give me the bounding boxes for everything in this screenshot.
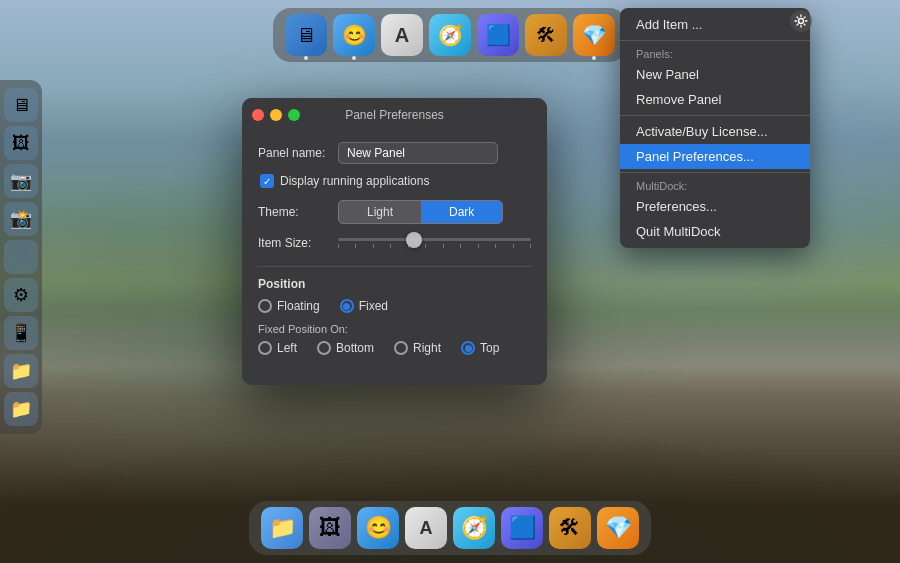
menu-gear-icon[interactable]: [790, 10, 812, 32]
sidebar-item-monitor[interactable]: 🖥: [4, 88, 38, 122]
panel-name-row: Panel name:: [258, 142, 531, 164]
bottom-folder-icon[interactable]: 📁: [261, 507, 303, 549]
sidebar-item-music[interactable]: 🎵: [4, 240, 38, 274]
right-radio-item: Right: [394, 341, 441, 355]
menu-separator-2: [620, 115, 810, 116]
fixed-radio-label: Fixed: [359, 299, 388, 313]
menu-preferences[interactable]: Preferences...: [620, 194, 810, 219]
tick-3: [373, 244, 374, 248]
right-radio-button[interactable]: [394, 341, 408, 355]
finder-dock-top-icon[interactable]: 😊: [333, 14, 375, 56]
tick-11: [513, 244, 514, 248]
bottom-dock: 📁 🖼 😊 A 🧭 🟦 🛠 💎: [249, 501, 651, 555]
top-radio-button[interactable]: [461, 341, 475, 355]
tick-6: [425, 244, 426, 248]
bottom-radio-item: Bottom: [317, 341, 374, 355]
window-maximize-button[interactable]: [288, 109, 300, 121]
svg-point-0: [799, 19, 804, 24]
checkbox-check-icon: ✓: [263, 176, 271, 187]
bottom-radio-label: Bottom: [336, 341, 374, 355]
tools-top-icon[interactable]: 🛠: [525, 14, 567, 56]
window-titlebar: Panel Preferenses: [242, 98, 547, 130]
tick-1: [338, 244, 339, 248]
window-content: Panel name: ✓ Display running applicatio…: [242, 130, 547, 385]
left-radio-item: Left: [258, 341, 297, 355]
panel-name-label: Panel name:: [258, 146, 338, 160]
display-running-checkbox[interactable]: ✓: [260, 174, 274, 188]
slider-thumb[interactable]: [406, 232, 422, 248]
top-radio-inner: [465, 345, 472, 352]
floating-radio-button[interactable]: [258, 299, 272, 313]
bottom-screen-icon[interactable]: 🖼: [309, 507, 351, 549]
menu-quit[interactable]: Quit MultiDock: [620, 219, 810, 244]
menu-new-panel[interactable]: New Panel: [620, 62, 810, 87]
divider-1: [258, 266, 531, 267]
bottom-vm-icon[interactable]: 🟦: [501, 507, 543, 549]
fixed-radio-button[interactable]: [340, 299, 354, 313]
sidebar-item-camera[interactable]: 📷: [4, 164, 38, 198]
vm-top-icon[interactable]: 🟦: [477, 14, 519, 56]
sidebar-item-image[interactable]: 🖼: [4, 126, 38, 160]
slider-ticks: [338, 244, 531, 248]
theme-label: Theme:: [258, 205, 338, 219]
panel-name-input[interactable]: [338, 142, 498, 164]
position-section-label: Position: [258, 277, 531, 291]
font-book-icon[interactable]: A: [381, 14, 423, 56]
item-size-row: Item Size:: [258, 236, 531, 250]
safari-top-icon[interactable]: 🧭: [429, 14, 471, 56]
sidebar-item-settings[interactable]: ⚙: [4, 278, 38, 312]
fixed-radio-item: Fixed: [340, 299, 388, 313]
fixed-radio-inner: [343, 303, 350, 310]
right-radio-label: Right: [413, 341, 441, 355]
theme-light-button[interactable]: Light: [339, 201, 421, 223]
theme-row: Theme: Light Dark: [258, 200, 531, 224]
menu-separator-3: [620, 172, 810, 173]
menu-multidock-header: MultiDock:: [620, 176, 810, 194]
panel-preferences-window: Panel Preferenses Panel name: ✓ Display …: [242, 98, 547, 385]
display-running-row: ✓ Display running applications: [260, 174, 531, 188]
position-radio-row: Floating Fixed: [258, 299, 531, 313]
menu-activate-license[interactable]: Activate/Buy License...: [620, 119, 810, 144]
top-radio-item: Top: [461, 341, 499, 355]
menu-panels-header: Panels:: [620, 44, 810, 62]
top-radio-label: Top: [480, 341, 499, 355]
bottom-finder-icon[interactable]: 😊: [357, 507, 399, 549]
tick-12: [530, 244, 531, 248]
left-sidebar: 🖥 🖼 📷 📸 🎵 ⚙ 📱 📁 📁: [0, 80, 42, 434]
window-close-button[interactable]: [252, 109, 264, 121]
tick-8: [460, 244, 461, 248]
tick-2: [355, 244, 356, 248]
bottom-sketch-icon[interactable]: 💎: [597, 507, 639, 549]
display-running-label: Display running applications: [280, 174, 429, 188]
menu-add-item[interactable]: Add Item ...: [620, 12, 810, 37]
item-size-label: Item Size:: [258, 236, 338, 250]
sidebar-item-mobile[interactable]: 📱: [4, 316, 38, 350]
menu-separator-1: [620, 40, 810, 41]
sketch-top-icon[interactable]: 💎: [573, 14, 615, 56]
bottom-tools-icon[interactable]: 🛠: [549, 507, 591, 549]
tick-4: [390, 244, 391, 248]
sidebar-item-folder2[interactable]: 📁: [4, 392, 38, 426]
monitor-dock-icon[interactable]: 🖥: [285, 14, 327, 56]
left-radio-button[interactable]: [258, 341, 272, 355]
menu-remove-panel[interactable]: Remove Panel: [620, 87, 810, 112]
tick-10: [495, 244, 496, 248]
theme-dark-button[interactable]: Dark: [421, 201, 502, 223]
window-title: Panel Preferenses: [345, 108, 444, 122]
window-controls: [252, 109, 300, 121]
fixed-position-label: Fixed Position On:: [258, 323, 531, 335]
sidebar-item-folder1[interactable]: 📁: [4, 354, 38, 388]
window-minimize-button[interactable]: [270, 109, 282, 121]
bottom-font-icon[interactable]: A: [405, 507, 447, 549]
bottom-safari-icon[interactable]: 🧭: [453, 507, 495, 549]
tick-7: [443, 244, 444, 248]
bottom-radio-button[interactable]: [317, 341, 331, 355]
context-menu: Add Item ... Panels: New Panel Remove Pa…: [620, 8, 810, 248]
sidebar-item-photo[interactable]: 📸: [4, 202, 38, 236]
floating-radio-label: Floating: [277, 299, 320, 313]
slider-track: [338, 238, 531, 241]
fixed-position-section: Fixed Position On: Left Bottom Right: [258, 323, 531, 355]
left-radio-label: Left: [277, 341, 297, 355]
menu-panel-preferences[interactable]: Panel Preferences...: [620, 144, 810, 169]
fixed-pos-radio-row: Left Bottom Right Top: [258, 341, 531, 355]
